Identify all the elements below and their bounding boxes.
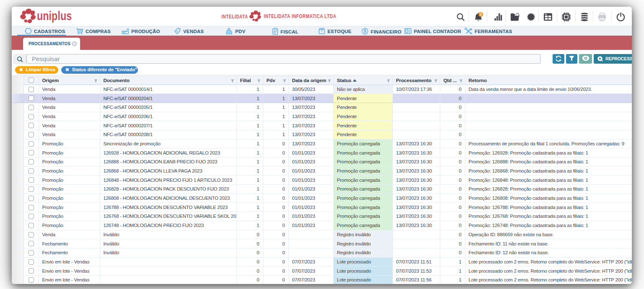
svg-text:$: $ <box>364 28 366 34</box>
svg-text:2: 2 <box>480 12 482 16</box>
